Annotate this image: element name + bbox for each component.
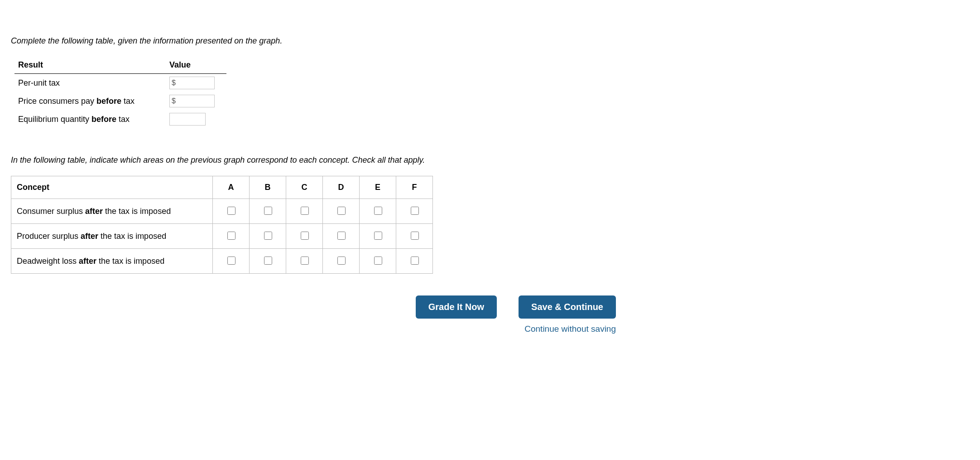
result-value-body: Per-unit tax $ Price consumers pay befor… [14,74,226,129]
concept-label: Consumer surplus after the tax is impose… [11,199,213,224]
area-header-e: E [360,176,396,199]
checkbox-ps-c[interactable] [301,232,309,240]
result-label-post: tax [121,97,135,106]
checkbox-dwl-b[interactable] [264,257,272,265]
result-label: Price consumers pay before tax [14,92,166,110]
concept-area-body: Consumer surplus after the tax is impose… [11,199,433,274]
area-cell [286,224,323,249]
result-value-cell: $ [166,74,226,92]
checkbox-cs-d[interactable] [337,207,346,215]
result-label-bold: before [96,97,121,106]
currency-prefix: $ [172,97,176,105]
concept-label: Producer surplus after the tax is impose… [11,224,213,249]
checkbox-dwl-c[interactable] [301,257,309,265]
instruction-2: In the following table, indicate which a… [11,155,969,165]
result-value-row: Per-unit tax $ [14,74,226,92]
area-header-c: C [286,176,323,199]
area-cell [250,224,286,249]
area-cell [286,249,323,274]
area-header-a: A [213,176,250,199]
value-input-wrap: $ [169,77,215,89]
value-input-wrap: $ [169,95,215,107]
area-cell [360,224,396,249]
result-value-row: Price consumers pay before tax $ [14,92,226,110]
question-page: Complete the following table, given the … [0,0,980,352]
area-header-f: F [396,176,433,199]
result-value-header-result: Result [14,57,166,74]
checkbox-cs-e[interactable] [374,207,382,215]
concept-label-bold: after [79,257,96,266]
currency-prefix: $ [172,79,176,87]
area-cell [323,224,360,249]
concept-label-post: the tax is imposed [96,257,164,266]
concept-label-pre: Consumer surplus [17,207,85,216]
checkbox-cs-b[interactable] [264,207,272,215]
checkbox-cs-a[interactable] [227,207,235,215]
area-cell [323,249,360,274]
area-cell [360,249,396,274]
concept-label-bold: after [81,232,98,241]
area-cell [213,199,250,224]
concept-header: Concept [11,176,213,199]
concept-label-post: the tax is imposed [103,207,171,216]
result-label: Equilibrium quantity before tax [14,110,166,128]
result-label: Per-unit tax [14,74,166,92]
area-cell [396,249,433,274]
checkbox-dwl-a[interactable] [227,257,235,265]
grade-it-now-button[interactable]: Grade It Now [416,295,497,319]
concept-row: Producer surplus after the tax is impose… [11,224,433,249]
result-label-pre: Price consumers pay [18,97,96,106]
result-label-pre: Per-unit tax [18,78,60,87]
result-value-cell [166,110,226,128]
area-cell [396,199,433,224]
concept-label: Deadweight loss after the tax is imposed [11,249,213,274]
checkbox-cs-c[interactable] [301,207,309,215]
checkbox-ps-d[interactable] [337,232,346,240]
area-cell [360,199,396,224]
result-value-table: Result Value Per-unit tax $ [14,57,226,128]
area-header-b: B [250,176,286,199]
result-value-cell: $ [166,92,226,110]
concept-label-post: the tax is imposed [98,232,166,241]
per-unit-tax-input[interactable] [177,78,212,87]
area-header-d: D [323,176,360,199]
area-cell [250,199,286,224]
result-value-header-value: Value [166,57,226,74]
concept-label-pre: Deadweight loss [17,257,79,266]
checkbox-cs-f[interactable] [411,207,419,215]
checkbox-ps-f[interactable] [411,232,419,240]
price-before-tax-input[interactable] [177,97,212,106]
checkbox-dwl-f[interactable] [411,257,419,265]
equilibrium-qty-input[interactable] [172,115,203,124]
button-row: Grade It Now Save & Continue [416,295,616,319]
result-label-pre: Equilibrium quantity [18,115,91,124]
concept-area-table: Concept A B C D E F Consumer surplus aft… [11,176,433,274]
continue-without-saving-link[interactable]: Continue without saving [524,324,616,334]
checkbox-dwl-d[interactable] [337,257,346,265]
checkbox-ps-b[interactable] [264,232,272,240]
spacer [11,128,969,155]
checkbox-ps-e[interactable] [374,232,382,240]
result-label-post: tax [116,115,130,124]
result-value-row: Equilibrium quantity before tax [14,110,226,128]
area-cell [286,199,323,224]
area-cell [396,224,433,249]
actions-area: Grade It Now Save & Continue Continue wi… [11,295,969,334]
area-cell [213,249,250,274]
save-continue-button[interactable]: Save & Continue [519,295,616,319]
concept-label-bold: after [85,207,103,216]
area-cell [250,249,286,274]
checkbox-dwl-e[interactable] [374,257,382,265]
result-label-bold: before [91,115,116,124]
concept-row: Deadweight loss after the tax is imposed [11,249,433,274]
concept-label-pre: Producer surplus [17,232,81,241]
checkbox-ps-a[interactable] [227,232,235,240]
instruction-1: Complete the following table, given the … [11,36,969,46]
area-cell [323,199,360,224]
value-input-wrap [169,113,206,126]
concept-row: Consumer surplus after the tax is impose… [11,199,433,224]
area-cell [213,224,250,249]
